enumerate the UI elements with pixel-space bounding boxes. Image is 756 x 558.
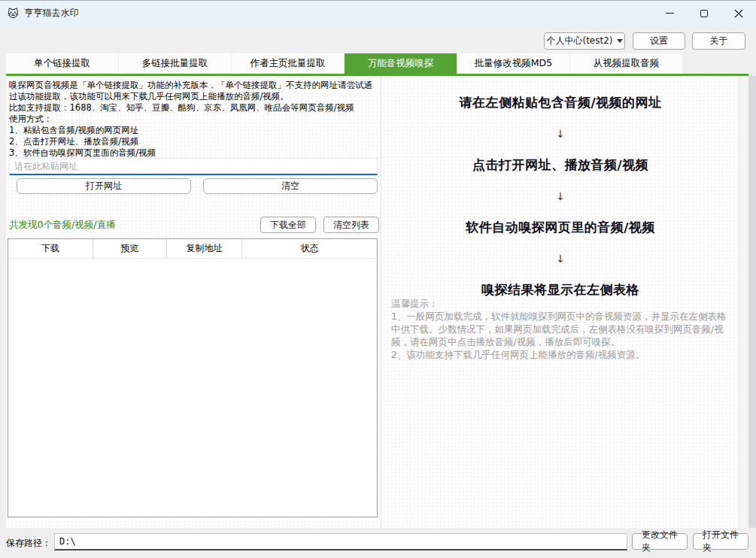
tab-bar: 单个链接提取 多链接批量提取 作者主页批量提取 万能音视频嗅探 批量修改视频MD… [6,53,683,74]
warm-tips: 温馨提示： 1、一般网页加载完成，软件就能嗅探到网页中的音视频资源，并显示在左侧… [391,297,731,361]
found-count-status: 共发现0个音频/视频/直播 [9,219,115,232]
column-header-preview: 预览 [93,239,167,258]
save-path-input[interactable] [54,533,627,550]
table-body-empty [8,259,377,517]
description-paragraph: 使用方式： [9,114,379,125]
save-path-label: 保存路径： [6,537,51,550]
right-gutter [739,76,748,528]
minimize-icon [666,13,674,14]
close-button[interactable] [721,2,756,25]
tab-extract-audio-from-video[interactable]: 从视频提取音频 [570,53,682,74]
open-url-button[interactable]: 打开网址 [17,178,191,194]
tab-author-homepage-batch-extract[interactable]: 作者主页批量提取 [232,53,344,74]
description-paragraph: 嗅探网页音视频是「单个链接提取」功能的补充版本，「单个链接提取」不支持的网址请尝… [9,80,379,102]
url-action-row: 打开网址 清空 [17,178,378,194]
footer-bar: 保存路径： 更改文件夹 打开文件夹 [0,528,756,558]
url-input[interactable] [9,158,378,175]
tip-item-1: 1、一般网页加载完成，软件就能嗅探到网页中的音视频资源，并显示在左侧表格中供下载… [391,310,731,348]
download-all-button[interactable]: 下载全部 [260,217,316,233]
window-controls [652,2,756,25]
account-dropdown[interactable]: 个人中心(test2) [544,32,625,50]
open-folder-label: 打开文件夹 [703,529,739,554]
result-status-row: 共发现0个音频/视频/直播 下载全部 清空列表 [9,217,379,233]
description-paragraph: 1、粘贴包含音频/视频的网页网址 [9,125,379,136]
content-panel: 嗅探网页音视频是「单个链接提取」功能的补充版本，「单个链接提取」不支持的网址请尝… [6,76,748,528]
usage-steps: 请在左侧粘贴包含音频/视频的网址 ↓ 点击打开网址、播放音频/视频 ↓ 软件自动… [382,94,739,299]
maximize-button[interactable] [687,2,721,25]
tab-batch-modify-md5[interactable]: 批量修改视频MD5 [457,53,569,74]
clear-list-button[interactable]: 清空列表 [323,217,379,233]
clear-url-button[interactable]: 清空 [203,178,378,194]
tab-single-link-extract[interactable]: 单个链接提取 [6,53,118,74]
step-paste-url: 请在左侧粘贴包含音频/视频的网址 [459,94,661,111]
tab-multi-link-batch-extract[interactable]: 多链接批量提取 [119,53,231,74]
column-header-copy-address: 复制地址 [167,239,242,258]
about-label: 关于 [710,35,728,47]
arrow-down-icon: ↓ [556,253,565,265]
change-folder-label: 更改文件夹 [642,529,678,554]
clear-url-label: 清空 [281,180,299,193]
description-paragraph: 3、软件自动嗅探网页里面的音频/视频 [9,147,379,159]
column-header-status: 状态 [242,239,377,258]
clear-list-label: 清空列表 [333,219,369,232]
tab-universal-av-sniffer[interactable]: 万能音视频嗅探 [345,53,457,74]
about-button[interactable]: 关于 [692,32,745,50]
app-window: 🐱 亨亨猫去水印 个人中心(test2) 设置 关于 单个链接提取 多链接批量提… [0,0,756,558]
column-header-download: 下载 [8,239,93,258]
arrow-down-icon: ↓ [556,190,565,202]
step-results-in-table: 嗅探结果将显示在左侧表格 [481,281,639,299]
minimize-button[interactable] [652,2,687,25]
account-label: 个人中心(test2) [546,35,612,47]
app-cat-icon: 🐱 [8,8,19,19]
description-paragraph: 比如支持提取：1688、淘宝、知乎、豆瓣、酷狗、京东、凤凰网、唯品会等网页音频/… [9,102,379,114]
table-header-row: 下载 预览 复制地址 状态 [8,239,377,259]
step-open-and-play: 点击打开网址、播放音频/视频 [472,156,648,174]
open-folder-button[interactable]: 打开文件夹 [693,533,748,550]
settings-label: 设置 [650,35,668,47]
sniff-result-table: 下载 预览 复制地址 状态 [8,238,378,517]
arrow-down-icon: ↓ [556,128,565,140]
tip-item-2: 2、该功能支持下载几乎任何网页上能播放的音频/视频资源。 [391,348,731,361]
titlebar: 🐱 亨亨猫去水印 [0,2,756,25]
sniffer-left-pane: 嗅探网页音视频是「单个链接提取」功能的补充版本，「单个链接提取」不支持的网址请尝… [6,76,381,528]
window-title: 亨亨猫去水印 [25,7,79,20]
settings-button[interactable]: 设置 [633,32,685,50]
maximize-icon [700,10,708,17]
tips-title: 温馨提示： [391,297,731,310]
window-edge-strip [748,76,756,528]
description-paragraph: 2、点击打开网址、播放音频/视频 [9,136,379,147]
change-folder-button[interactable]: 更改文件夹 [632,533,688,550]
step-auto-sniff: 软件自动嗅探网页里的音频/视频 [466,219,655,236]
close-icon [734,9,743,18]
sniffer-right-pane: 请在左侧粘贴包含音频/视频的网址 ↓ 点击打开网址、播放音频/视频 ↓ 软件自动… [382,76,739,528]
feature-description: 嗅探网页音视频是「单个链接提取」功能的补充版本，「单个链接提取」不支持的网址请尝… [9,80,379,159]
download-all-label: 下载全部 [270,219,306,232]
open-url-label: 打开网址 [86,180,122,193]
chevron-down-icon [617,39,623,43]
